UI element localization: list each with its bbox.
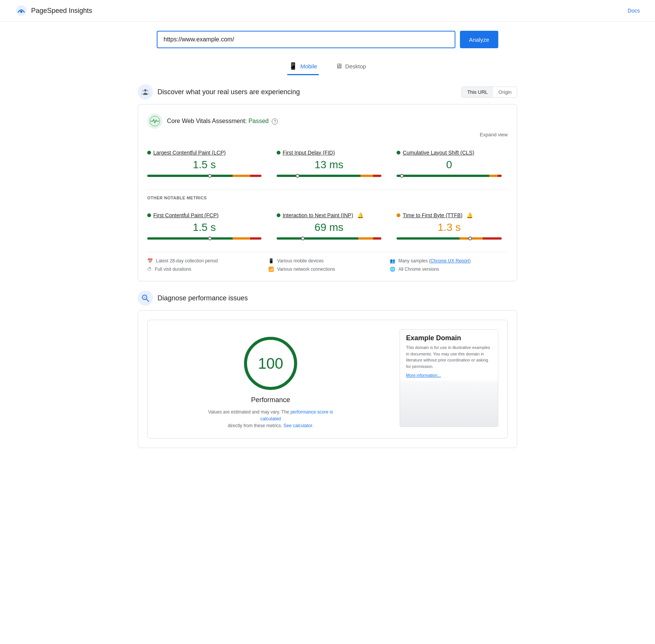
svg-point-3	[142, 90, 144, 92]
calculator-link[interactable]: See calculator.	[283, 423, 313, 428]
cwv-help-icon[interactable]: ?	[272, 118, 278, 125]
svg-point-2	[144, 89, 146, 92]
inp-seg-poor	[373, 237, 381, 240]
cwv-title-group: Core Web Vitals Assessment: Passed ?	[147, 114, 278, 129]
ttfb-value: 1.3 s	[397, 221, 502, 234]
svg-point-4	[147, 90, 148, 92]
cls-name[interactable]: Cumulative Layout Shift (CLS)	[403, 150, 474, 156]
cls-label: Cumulative Layout Shift (CLS)	[397, 150, 502, 156]
fid-status-dot	[277, 151, 280, 155]
tab-mobile-label: Mobile	[300, 63, 317, 69]
fcp-progress-track	[147, 237, 261, 240]
url-input[interactable]	[157, 31, 455, 48]
score-note: Values are estimated and may vary. The p…	[206, 409, 335, 429]
cls-bar	[397, 175, 502, 177]
toggle-origin[interactable]: Origin	[493, 87, 517, 97]
perf-content: 100 Performance Values are estimated and…	[147, 320, 508, 439]
cwv-card: Core Web Vitals Assessment: Passed ? Exp…	[138, 104, 517, 281]
people-icon: 👥	[390, 258, 395, 264]
screenshot-text: This domain is for use in illustrative e…	[406, 344, 492, 369]
screenshot-image	[400, 381, 498, 426]
device-tabs: 📱 Mobile 🖥 Desktop	[0, 59, 655, 75]
perf-left: 100 Performance Values are estimated and…	[157, 329, 384, 429]
fcp-status-dot	[147, 213, 151, 217]
pagespeed-logo-icon	[15, 5, 27, 17]
diagnose-title-group: Diagnose performance issues	[138, 290, 248, 306]
chrome-ux-report-link[interactable]: Chrome UX Report	[430, 258, 469, 264]
devices-text: Various mobile devices	[277, 258, 324, 264]
toggle-this-url[interactable]: This URL	[462, 87, 493, 97]
fcp-label: First Contentful Paint (FCP)	[147, 212, 261, 218]
metric-fid: First Input Delay (FID) 13 ms	[268, 144, 388, 183]
real-users-header: Discover what your real users are experi…	[138, 84, 517, 99]
metric-fcp: First Contentful Paint (FCP) 1.5 s	[147, 206, 268, 246]
chrome-text: All Chrome versions	[398, 267, 439, 272]
fid-label: First Input Delay (FID)	[277, 150, 382, 156]
score-note-text: Values are estimated and may vary. The	[208, 409, 289, 415]
screenshot-more-link[interactable]: More information...	[406, 373, 441, 377]
inp-label: Interaction to Next Paint (INP) 🔔	[277, 212, 382, 218]
lcp-seg-poor	[250, 175, 261, 177]
svg-point-8	[144, 297, 145, 298]
performance-card: 100 Performance Values are estimated and…	[138, 310, 517, 448]
collection-period-text: Latest 28-day collection period	[156, 258, 218, 264]
cls-status-dot	[397, 151, 400, 155]
lcp-name[interactable]: Largest Contentful Paint (LCP)	[153, 150, 226, 156]
logo-group: PageSpeed Insights	[15, 5, 92, 17]
inp-value: 69 ms	[277, 221, 382, 234]
heartbeat-icon	[150, 116, 160, 126]
fcp-value: 1.5 s	[147, 221, 261, 234]
inp-name[interactable]: Interaction to Next Paint (INP)	[283, 212, 353, 218]
cls-progress-track	[397, 175, 502, 177]
score-circle: 100	[244, 337, 297, 390]
samples-text: Many samples (Chrome UX Report)	[398, 258, 471, 264]
cls-seg-ok	[489, 175, 498, 177]
real-users-title-group: Discover what your real users are experi…	[138, 84, 300, 99]
inp-progress-track	[277, 237, 382, 240]
fid-seg-ok	[361, 175, 373, 177]
fid-name[interactable]: First Input Delay (FID)	[283, 150, 335, 156]
tab-desktop[interactable]: 🖥 Desktop	[334, 59, 368, 75]
inp-marker	[301, 237, 305, 240]
inp-seg-ok	[358, 237, 373, 240]
screenshot-card: Example Domain This domain is for use in…	[400, 329, 498, 427]
analyze-button[interactable]: Analyze	[460, 31, 498, 48]
fcp-marker	[208, 237, 212, 240]
fcp-name[interactable]: First Contentful Paint (FCP)	[153, 212, 219, 218]
lcp-marker	[208, 174, 212, 178]
fid-value: 13 ms	[277, 159, 382, 171]
screenshot-title: Example Domain	[406, 334, 492, 342]
real-users-title: Discover what your real users are experi…	[157, 88, 300, 96]
cls-seg-good	[397, 175, 489, 177]
other-metrics-grid: First Contentful Paint (FCP) 1.5 s Inter…	[147, 206, 508, 246]
diagnose-icon	[138, 290, 153, 306]
expand-view-link[interactable]: Expand view	[147, 132, 508, 137]
metric-cls: Cumulative Layout Shift (CLS) 0	[387, 144, 508, 183]
info-network: 📶 Various network connections	[268, 267, 386, 272]
lcp-seg-good	[147, 175, 233, 177]
ttfb-seg-poor	[483, 237, 502, 240]
inp-seg-good	[277, 237, 359, 240]
docs-link[interactable]: Docs	[628, 8, 640, 14]
fcp-seg-poor	[250, 237, 261, 240]
ttfb-name[interactable]: Time to First Byte (TTFB)	[403, 212, 462, 218]
ttfb-seg-good	[397, 237, 460, 240]
tab-mobile[interactable]: 📱 Mobile	[287, 59, 318, 75]
score-note2-text: directly from these metrics.	[228, 423, 282, 428]
other-metrics-label: OTHER NOTABLE METRICS	[147, 196, 508, 200]
magnifier-icon	[141, 294, 150, 303]
url-origin-toggle[interactable]: This URL Origin	[461, 87, 517, 98]
info-samples: 👥 Many samples (Chrome UX Report)	[390, 258, 508, 264]
page-header: PageSpeed Insights Docs	[0, 0, 655, 22]
info-row: 📅 Latest 28-day collection period 📱 Vari…	[147, 252, 508, 272]
score-number: 100	[258, 355, 283, 372]
fid-progress-track	[277, 175, 382, 177]
cwv-status: Passed	[249, 118, 269, 124]
cwv-label: Core Web Vitals Assessment:	[167, 118, 247, 124]
chrome-icon: 🌐	[390, 267, 395, 272]
app-title: PageSpeed Insights	[31, 7, 92, 15]
svg-line-7	[146, 299, 149, 301]
calendar-icon: 📅	[147, 258, 153, 264]
fid-seg-poor	[373, 175, 381, 177]
info-devices: 📱 Various mobile devices	[268, 258, 386, 264]
